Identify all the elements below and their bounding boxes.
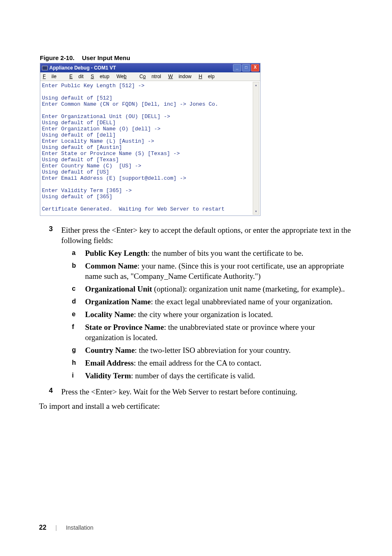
divider: | [55,524,57,531]
sub-letter: a [72,248,85,258]
terminal-window: Appliance Debug - COM1 VT _ □ X File Edi… [40,63,261,216]
step-4: 4 Press the <Enter> key. Wait for the We… [49,387,353,397]
figure-title: User Input Menu [82,54,130,61]
sub-bold: State or Province Name [85,323,164,331]
step-number: 4 [49,387,61,397]
closing-line: To import and install a web certificate: [39,401,353,411]
section-name: Installation [66,524,93,531]
maximize-button[interactable]: □ [242,64,250,72]
sub-letter: i [72,371,85,381]
menu-window[interactable]: Window [168,74,191,79]
close-button[interactable]: X [251,64,259,72]
sub-bold: Common Name [85,262,137,270]
terminal-text: Enter Public Key Length [512] -> Using d… [42,83,225,212]
page-number: 22 [39,524,46,531]
sub-letter: c [72,284,85,294]
sub-letter: h [72,358,85,368]
sub-rest: (optional): organization unit name (mark… [152,285,345,293]
sub-c: c Organizational Unit (optional): organi… [72,284,353,294]
sub-letter: e [72,309,85,320]
sub-bold: Email Address [85,359,134,367]
titlebar: Appliance Debug - COM1 VT _ □ X [40,63,260,72]
sub-g: g Country Name: the two-letter ISO abbre… [72,345,353,355]
window-title: Appliance Debug - COM1 VT [49,65,116,71]
menu-setup[interactable]: Setup [91,74,109,79]
sub-letter: b [72,261,85,281]
menu-control[interactable]: Control [139,74,161,79]
figure-caption: Figure 2-10. User Input Menu [40,54,353,61]
sub-f: f State or Province Name: the unabbrevia… [72,322,353,343]
sub-rest: : the city where your organization is lo… [134,310,273,319]
sub-rest: : the email address for the CA to contac… [134,359,261,367]
figure-number: Figure 2-10. [40,54,74,61]
step-3-text: Either press the <Enter> key to accept t… [61,226,351,245]
sub-d: d Organization Name: the exact legal una… [72,297,353,307]
sub-letter: d [72,297,85,307]
sub-h: h Email Address: the email address for t… [72,358,353,368]
menu-edit[interactable]: Edit [69,74,84,79]
scroll-up-icon[interactable]: ▴ [253,82,259,88]
step-4-text: Press the <Enter> key. Wait for the Web … [61,387,297,397]
step-number: 3 [49,225,61,383]
step-body: Either press the <Enter> key to accept t… [61,225,353,383]
step-3: 3 Either press the <Enter> key to accept… [49,225,353,383]
menu-help[interactable]: Help [198,74,214,79]
sub-bold: Validity Term [85,371,131,380]
terminal-body: Enter Public Key Length [512] -> Using d… [40,81,260,215]
menu-web[interactable]: Web [116,74,132,79]
sub-rest: : number of days the certificate is vali… [131,371,255,380]
sub-rest: : the two-letter ISO abbreviation for yo… [135,346,291,354]
sub-rest: : the number of bits you want the certif… [148,249,303,257]
sub-a: a Public Key Length: the number of bits … [72,248,353,258]
sub-bold: Country Name [85,346,135,354]
terminal-icon [42,66,48,70]
minimize-button[interactable]: _ [233,64,241,72]
sub-e: e Locality Name: the city where your org… [72,309,353,320]
sub-letter: f [72,322,85,343]
sub-bold: Public Key Length [85,249,148,257]
menu-file[interactable]: File [43,74,62,79]
sub-bold: Locality Name [85,310,134,319]
page-footer: 22 | Installation [39,524,93,531]
menubar: File Edit Setup Web Control Window Help [40,72,260,81]
scroll-down-icon[interactable]: ▾ [253,208,259,214]
sub-bold: Organization Name [85,297,151,306]
sub-i: i Validity Term: number of days the cert… [72,371,353,381]
sub-letter: g [72,345,85,355]
sub-b: b Common Name: your name. (Since this is… [72,261,353,281]
sub-rest: : the exact legal unabbreviated name of … [151,297,332,306]
sub-bold: Organizational Unit [85,285,152,293]
scrollbar[interactable]: ▴▾ [253,82,259,215]
